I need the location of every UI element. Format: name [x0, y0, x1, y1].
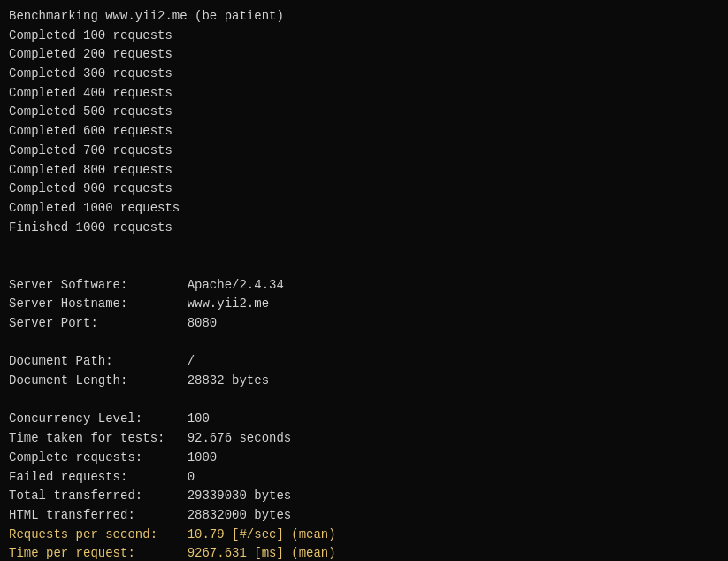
terminal-line: Complete requests: 1000: [9, 449, 719, 468]
blank-line: [9, 391, 719, 411]
terminal-line: Completed 900 requests: [9, 180, 719, 199]
blank-line: [9, 257, 719, 276]
terminal-line: Benchmarking www.yii2.me (be patient): [9, 7, 719, 27]
terminal-line: Completed 500 requests: [9, 103, 719, 122]
terminal-line: Server Hostname: www.yii2.me: [9, 295, 719, 314]
terminal-line: Failed requests: 0: [9, 468, 719, 488]
terminal-line: Server Software: Apache/2.4.34: [9, 276, 719, 296]
terminal-line: HTML transferred: 28832000 bytes: [9, 506, 719, 526]
blank-line: [9, 237, 719, 257]
terminal-line: Total transferred: 29339030 bytes: [9, 487, 719, 506]
terminal-line: Completed 400 requests: [9, 84, 719, 104]
terminal-line: Time per request: 9267.631 [ms] (mean): [9, 544, 719, 561]
terminal-line: Time taken for tests: 92.676 seconds: [9, 429, 719, 449]
terminal-line: Document Length: 28832 bytes: [9, 372, 719, 391]
blank-line: [9, 334, 719, 353]
terminal-line: Document Path: /: [9, 352, 719, 372]
terminal-line: Server Port: 8080: [9, 314, 719, 334]
terminal-line: Completed 800 requests: [9, 161, 719, 181]
terminal-line: Completed 300 requests: [9, 65, 719, 84]
terminal-line: Requests per second: 10.79 [#/sec] (mean…: [9, 526, 719, 545]
terminal-output: Benchmarking www.yii2.me (be patient)Com…: [9, 7, 719, 561]
terminal-line: Finished 1000 requests: [9, 219, 719, 238]
terminal-line: Completed 200 requests: [9, 45, 719, 65]
terminal-line: Completed 1000 requests: [9, 199, 719, 219]
terminal-line: Completed 100 requests: [9, 27, 719, 46]
terminal-line: Completed 600 requests: [9, 122, 719, 142]
terminal-line: Completed 700 requests: [9, 142, 719, 161]
terminal-line: Concurrency Level: 100: [9, 410, 719, 429]
